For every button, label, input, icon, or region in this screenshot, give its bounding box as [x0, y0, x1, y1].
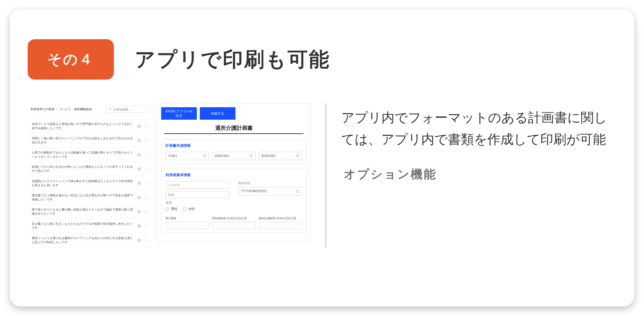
chevron-down-icon [251, 224, 254, 227]
list-item-icons [137, 224, 148, 228]
svg-rect-12 [139, 197, 141, 199]
search-wrap [106, 106, 150, 113]
svg-rect-19 [138, 239, 140, 241]
print-button[interactable]: 印刷する [200, 107, 235, 120]
date-row: 作成日前回作成日初回作成日 [166, 152, 302, 160]
svg-rect-7 [138, 153, 140, 155]
select-box[interactable] [166, 222, 209, 229]
feature-card: その４ アプリで印刷も可能 利用者本人の希望 / リハビリ・身体機能維持 自宅で… [10, 10, 634, 306]
insert-icon[interactable] [144, 238, 148, 242]
copy-icon[interactable] [137, 181, 141, 185]
list-item-text: 通所リハビリを受ければ趣味のガーデニングも続けられ外に出る意欲も湧くと思うので利… [32, 236, 135, 244]
gender-radio[interactable]: 女性 [183, 207, 195, 211]
badge: その４ [28, 39, 114, 80]
furigana-input[interactable] [166, 181, 230, 189]
select-label: 障害高齢者の日常生活自立度 [212, 217, 255, 220]
option-tag: オプション機能 [341, 165, 439, 184]
insert-icon[interactable] [144, 167, 148, 171]
section-plan-info: 計画書作成情報 作成日前回作成日初回作成日 [161, 139, 307, 164]
list-item[interactable]: 定期的にレクリエーションで体を動かすと筋肉痛もなくなりそうで外出意欲が高まると思… [31, 176, 150, 190]
select-box[interactable] [259, 222, 302, 229]
copy-icon[interactable] [137, 124, 141, 128]
insert-icon[interactable] [144, 195, 148, 200]
form-title-underline [164, 133, 304, 134]
svg-rect-18 [139, 239, 141, 241]
list-item-icons [137, 181, 148, 185]
template-list-panel: 利用者本人の希望 / リハビリ・身体機能維持 自宅で一人で頑張ると怪我が怖いので… [28, 103, 153, 247]
date-input[interactable]: 作成日 [166, 152, 209, 160]
svg-rect-20 [203, 155, 206, 157]
list-item-text: 家で座りきりになると腰や膝に負担が溜まりそうなので施設で適度に動く習慣を作りたい… [32, 208, 135, 216]
date-input[interactable]: 前回作成日 [212, 152, 255, 160]
insert-icon[interactable] [144, 210, 148, 214]
radio-icon [183, 207, 186, 211]
list-item-icons [137, 210, 148, 214]
name-input[interactable] [166, 191, 230, 198]
insert-icon[interactable] [144, 224, 148, 228]
date-label: 初回作成日 [261, 154, 276, 158]
copy-icon[interactable] [137, 224, 141, 228]
breadcrumb-b: リハビリ・身体機能維持 [59, 108, 92, 111]
date-input[interactable]: 初回作成日 [259, 152, 302, 160]
svg-rect-16 [139, 225, 141, 227]
select-box[interactable] [212, 222, 255, 229]
export-excel-button[interactable]: EXCELファイルを出力 [161, 107, 197, 120]
insert-icon[interactable] [144, 153, 148, 157]
svg-line-1 [111, 110, 111, 111]
search-icon [108, 108, 112, 111]
calendar-icon [203, 154, 206, 158]
list-item[interactable]: 要支援でもう階段を使わない生活になり足が弱るのが怖いので安全な場所で体操したいで… [31, 190, 150, 205]
breadcrumb-a: 利用者本人の希望 [31, 108, 54, 111]
header-row: その４ アプリで印刷も可能 [28, 39, 616, 80]
content-row: 利用者本人の希望 / リハビリ・身体機能維持 自宅で一人で頑張ると怪我が怖いので… [28, 103, 616, 247]
list-item[interactable]: 仲間と一緒に軽い筋力トレーニングができれば励まし合えるので自分もやる気が出ます [31, 133, 150, 148]
insert-icon[interactable] [144, 124, 148, 128]
birth-placeholder: YYYY年MM月DD日 [241, 189, 267, 193]
name-col: 性別 男性女性 [166, 181, 230, 211]
section1-title: 計画書作成情報 [166, 143, 302, 148]
chevron-down-icon [297, 224, 300, 227]
gender-radio-row: 男性女性 [166, 207, 230, 211]
birth-date-input[interactable]: YYYY年MM月DD日 [238, 187, 302, 195]
radio-label: 男性 [171, 207, 178, 211]
gender-label: 性別 [166, 201, 230, 205]
list-item-text: 要支援でもう階段を使わない生活になり足が弱るのが怖いので安全な場所で体操したいで… [32, 193, 135, 201]
button-row: EXCELファイルを出力 印刷する [161, 107, 307, 120]
chevron-down-icon [204, 224, 207, 227]
select-group: 要介護度 [166, 217, 209, 229]
copy-icon[interactable] [137, 153, 141, 157]
list-item[interactable]: 転倒してから外に出るのが怖くなったが通所ならスタッフが見守ってくれるので安心です [31, 162, 150, 176]
list-item-text: 自宅で一人で頑張ると怪我が怖いので専門家の見守りのもとリハビリを行い体力を維持し… [32, 122, 135, 130]
list-item[interactable]: 自宅で一人で頑張ると怪我が怖いので専門家の見守りのもとリハビリを行い体力を維持し… [31, 119, 150, 133]
list-item[interactable]: 足が重くなり家に引きこもりがちなのでプロの指導で筋力維持し外出したいです [31, 219, 150, 233]
calendar-icon [249, 154, 253, 158]
insert-icon[interactable] [144, 181, 148, 185]
copy-icon[interactable] [137, 195, 141, 200]
copy-icon[interactable] [137, 138, 141, 143]
vertical-divider [325, 103, 326, 247]
svg-rect-10 [139, 182, 141, 184]
gender-radio[interactable]: 男性 [166, 207, 178, 211]
svg-rect-28 [296, 155, 299, 157]
copy-icon[interactable] [137, 210, 141, 214]
copy-icon[interactable] [137, 238, 141, 242]
form-title: 通所介護計画書 [161, 124, 307, 132]
list-item-text: 仲間と一緒に軽い筋力トレーニングができれば励まし合えるので自分もやる気が出ます [32, 136, 135, 144]
template-list: 自宅で一人で頑張ると怪我が怖いので専門家の見守りのもとリハビリを行い体力を維持し… [31, 119, 150, 247]
select-label: 要介護度 [166, 217, 209, 220]
list-item[interactable]: 家で座りきりになると腰や膝に負担が溜まりそうなので施設で適度に動く習慣を作りたい… [31, 205, 150, 219]
svg-rect-15 [138, 210, 140, 212]
svg-rect-6 [139, 154, 141, 156]
section2-title: 利用者基本情報 [166, 173, 302, 178]
search-input[interactable] [106, 106, 150, 113]
copy-icon[interactable] [137, 167, 141, 171]
svg-rect-13 [138, 196, 140, 198]
select-group: 認知症高齢者の日常生活自立度 [259, 217, 302, 229]
select-row: 要介護度障害高齢者の日常生活自立度認知症高齢者の日常生活自立度 [166, 217, 302, 229]
date-label: 作成日 [168, 154, 177, 158]
insert-icon[interactable] [144, 138, 148, 143]
list-item[interactable]: も車での移動ができなくなり活動量が減って足腰が弱りそうで不安だからリハビリをして… [31, 148, 150, 162]
list-item[interactable]: 通所リハビリを受ければ趣味のガーデニングも続けられ外に出る意欲も湧くと思うので利… [31, 233, 150, 247]
form-panel: EXCELファイルを出力 印刷する 通所介護計画書 計画書作成情報 作成日前回作… [157, 103, 310, 241]
list-item-text: 転倒してから外に出るのが怖くなったが通所ならスタッフが見守ってくれるので安心です [32, 165, 135, 173]
